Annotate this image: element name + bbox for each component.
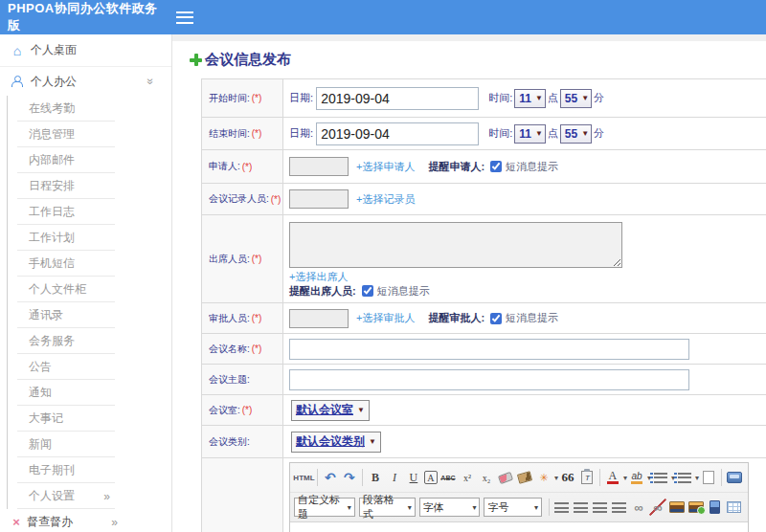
eraser-icon[interactable] [497,469,514,486]
meeting-category-select[interactable]: 默认会议类别 ▼ [291,432,381,453]
menu-toggle-icon[interactable] [176,11,193,24]
format-brush-icon[interactable] [516,469,533,486]
sms-label: 短消息提示 [506,311,558,325]
sidebar-item-schedule[interactable]: 日程安排 [0,173,171,199]
sidebar-item-announcement[interactable]: 公告 [0,354,171,380]
end-hour-select[interactable]: 11▼ [514,124,546,144]
editor-content-area[interactable] [290,522,748,532]
meeting-subject-input[interactable] [289,369,689,390]
font-size-select[interactable]: 字号▾ [484,498,542,517]
align-left-icon[interactable] [553,499,571,516]
redo-icon[interactable]: ↷ [341,469,358,486]
approver-sms-checkbox[interactable] [490,313,502,324]
dropdown-arrow-icon[interactable]: ▾ [695,474,699,482]
paragraph-format-select[interactable]: 段落格式▾ [359,498,416,517]
sidebar: ⌂ 个人桌面 个人办公 » 在线考勤 消息管理 内部邮件 日程安排 工作日志 工… [0,34,172,532]
field-label: 申请人: [209,160,240,173]
start-date-input[interactable] [316,87,479,110]
sidebar-item-message-management[interactable]: 消息管理 [0,122,171,147]
font-style-icon[interactable]: A [424,471,438,484]
meeting-name-input[interactable] [289,339,689,360]
font-color-icon[interactable]: A [604,469,621,486]
sidebar-item-work-log[interactable]: 工作日志 [0,199,171,225]
fullscreen-icon[interactable] [726,469,743,486]
toolbar-separator [549,499,550,516]
meeting-form: 开始时间: (*) 日期: 时间: 11▼ 点 55▼ 分 结束时间: (*) [201,78,766,532]
sidebar-item-internal-mail[interactable]: 内部邮件 [0,147,171,173]
field-label: 开始时间: [209,92,250,105]
quick-format-icon[interactable]: ✳ [535,469,552,486]
highlight-color-icon[interactable]: ab [628,469,645,486]
time-label: 时间: [488,126,512,141]
dropdown-arrow-icon[interactable]: ▾ [554,474,558,482]
ordered-list-icon[interactable] [652,469,669,486]
sidebar-item-notice[interactable]: 通知 [0,380,171,406]
sidebar-item-personal-office[interactable]: 个人办公 » [0,67,171,96]
required-mark: (*) [252,344,262,354]
html-source-button[interactable]: HTML [295,469,313,486]
superscript-icon[interactable]: x² [459,469,476,486]
choose-approver-link[interactable]: +选择审批人 [356,311,415,325]
sidebar-item-work-plan[interactable]: 工作计划 [0,225,171,251]
sidebar-item-online-attendance[interactable]: 在线考勤 [0,96,171,122]
form-row-meeting-category: 会议类别: 默认会议类别 ▼ [202,426,766,458]
applicant-input[interactable] [289,157,349,176]
choose-applicant-link[interactable]: +选择申请人 [356,160,415,174]
align-right-icon[interactable] [592,499,609,516]
sidebar-item-contacts[interactable]: 通讯录 [0,302,171,328]
sidebar-item-label: 工作计划 [29,230,75,246]
choose-recorder-link[interactable]: +选择记录员 [356,192,415,207]
insert-table-icon[interactable] [726,499,743,516]
unordered-list-icon[interactable] [676,469,693,486]
sidebar-item-meeting-service[interactable]: 会务服务 [0,328,171,354]
field-value-cell: +选择申请人 提醒申请人: 短消息提示 [283,150,766,183]
time-label: 时间: [488,91,512,105]
applicant-sms-checkbox[interactable] [490,161,502,172]
field-value-cell: 默认会议类别 ▼ [283,426,766,457]
italic-icon[interactable]: I [386,469,403,486]
new-page-icon[interactable] [700,469,717,486]
sidebar-item-memorabilia[interactable]: 大事记 [0,406,171,432]
attendees-sms-checkbox[interactable] [362,285,373,297]
sidebar-item-supervision[interactable]: × 督查督办 » [0,509,171,532]
field-label-cell: 会议名称: (*) [202,334,283,364]
meeting-room-select[interactable]: 默认会议室 ▼ [291,400,370,421]
blockquote-icon[interactable]: 66 [559,469,576,486]
insert-link-icon[interactable]: ∞ [630,499,647,516]
upload-image-icon[interactable] [687,499,705,516]
insert-image-icon[interactable] [668,499,686,516]
recorder-input[interactable] [289,189,349,209]
sidebar-item-personal-settings[interactable]: 个人设置» [0,483,171,509]
custom-title-select[interactable]: 自定义标题▾ [294,498,355,517]
attendees-textarea[interactable] [289,222,622,268]
paste-as-text-icon[interactable] [578,469,596,486]
start-hour-select[interactable]: 11▼ [514,89,546,108]
font-family-select[interactable]: 字体▾ [419,498,481,517]
sidebar-item-personal-file-cabinet[interactable]: 个人文件柜 [0,277,171,302]
dropdown-arrow-icon[interactable]: ▾ [623,474,627,482]
undo-icon[interactable]: ↶ [322,469,339,486]
remove-link-icon[interactable]: ∞ [649,499,666,516]
end-minute-select[interactable]: 55▼ [560,124,592,144]
end-date-input[interactable] [316,122,479,145]
field-label: 会议室: [209,404,240,417]
align-justify-icon[interactable] [611,499,628,516]
field-label-cell: 开始时间: (*) [202,79,283,117]
underline-icon[interactable]: U [405,469,422,486]
subscript-icon[interactable]: x₂ [478,469,495,486]
approver-input[interactable] [289,309,349,328]
align-center-icon[interactable] [573,499,590,516]
strikethrough-icon[interactable]: ABC [439,469,457,486]
insert-media-icon[interactable] [707,499,724,516]
person-icon [11,76,23,87]
sidebar-item-label: 会务服务 [29,333,75,349]
sidebar-item-mobile-sms[interactable]: 手机短信 [0,251,171,277]
sidebar-item-personal-desktop[interactable]: ⌂ 个人桌面 [0,34,171,67]
toolbar-separator [721,469,722,486]
field-label-cell [202,458,283,532]
choose-attendees-link[interactable]: +选择出席人 [289,270,348,284]
start-minute-select[interactable]: 55▼ [560,89,592,108]
sidebar-item-news[interactable]: 新闻 [0,432,171,457]
bold-icon[interactable]: B [367,469,384,486]
sidebar-item-e-journal[interactable]: 电子期刊 [0,457,171,483]
